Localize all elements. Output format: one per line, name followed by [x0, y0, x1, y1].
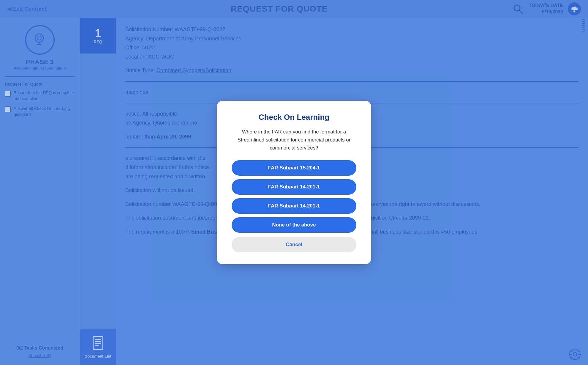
- cancel-button[interactable]: Cancel: [232, 237, 356, 252]
- modal-overlay: Check On Learning Where in the FAR can y…: [0, 0, 588, 365]
- modal-answers: FAR Subpart 15.204-1 FAR Subpart 14.201-…: [232, 160, 356, 233]
- modal-question: Where in the FAR can you find the format…: [232, 128, 356, 152]
- answer-btn-4[interactable]: None of the above: [232, 217, 356, 233]
- answer-btn-3[interactable]: FAR Subpart 14.201-1: [232, 198, 356, 214]
- modal-dialog: Check On Learning Where in the FAR can y…: [217, 101, 371, 265]
- modal-title: Check On Learning: [259, 113, 329, 122]
- app-container: ◀ Exit Contract REQUEST FOR QUOTE TODAY'…: [0, 0, 588, 365]
- answer-btn-1[interactable]: FAR Subpart 15.204-1: [232, 160, 356, 176]
- answer-btn-2[interactable]: FAR Subpart 14.201-1: [232, 179, 356, 195]
